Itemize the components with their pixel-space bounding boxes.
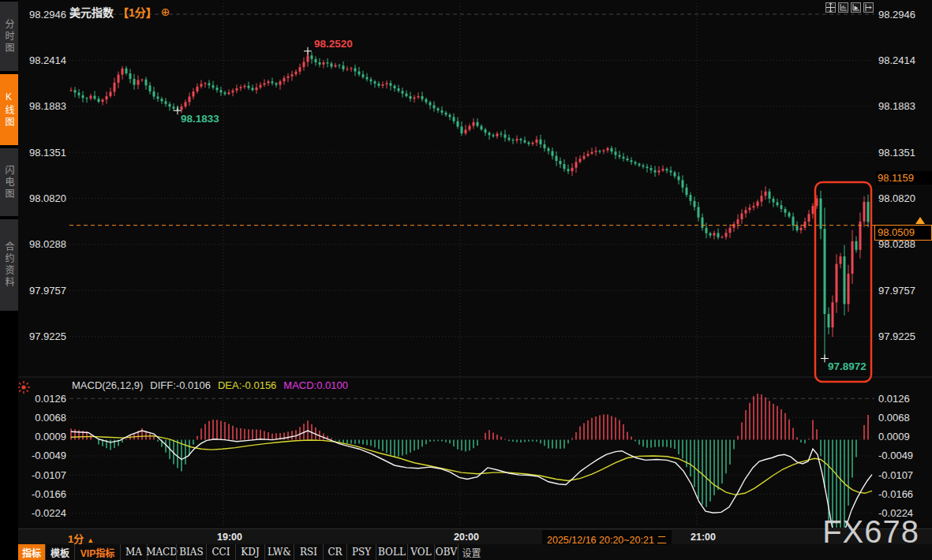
candle bbox=[666, 169, 668, 170]
candle bbox=[567, 169, 570, 171]
toolbar-tab-VOL[interactable]: VOL bbox=[407, 544, 434, 560]
candle bbox=[256, 88, 258, 90]
candle bbox=[788, 213, 791, 217]
candle bbox=[753, 206, 755, 207]
candle bbox=[410, 96, 412, 99]
candle bbox=[86, 98, 88, 99]
candle bbox=[603, 151, 605, 151]
candle bbox=[271, 81, 274, 83]
toolbar-tab-指标[interactable]: 指标 bbox=[18, 544, 45, 560]
macd-axis-label: -0.0166 bbox=[878, 488, 913, 500]
candle bbox=[382, 84, 384, 86]
candle bbox=[378, 84, 380, 86]
candle bbox=[717, 233, 720, 237]
toolbar-tab-VIP指标[interactable]: VIP指标 bbox=[74, 544, 120, 560]
sidebar-item-闪电图[interactable]: 闪电图 bbox=[0, 148, 18, 216]
candle bbox=[212, 85, 215, 88]
toolbar-tab-OBV[interactable]: OBV bbox=[434, 544, 458, 560]
candle bbox=[654, 170, 657, 173]
candle bbox=[678, 176, 680, 180]
toolbar-tab-CCI[interactable]: CCI bbox=[206, 544, 235, 560]
candle bbox=[386, 83, 388, 84]
candle bbox=[453, 117, 455, 121]
toolbar-tab-RSI[interactable]: RSI bbox=[294, 544, 323, 560]
candle bbox=[485, 129, 487, 133]
candle bbox=[848, 274, 850, 304]
time-axis-label: 21:00 bbox=[686, 532, 721, 543]
sidebar-item-K线图[interactable]: K线图 bbox=[0, 74, 18, 145]
indicator-flash-icon[interactable] bbox=[17, 380, 31, 394]
candle bbox=[299, 67, 301, 72]
candle bbox=[757, 202, 759, 207]
candle bbox=[859, 222, 862, 250]
y-axis-label: 97.9757 bbox=[29, 285, 66, 297]
candle bbox=[832, 302, 834, 327]
axis-reset-icon[interactable] bbox=[863, 2, 874, 13]
toolbar-tab-BIAS[interactable]: BIAS bbox=[176, 544, 206, 560]
candle bbox=[358, 72, 361, 75]
candle bbox=[307, 55, 309, 62]
toolbar-tab-模板[interactable]: 模板 bbox=[45, 544, 74, 560]
candle bbox=[473, 122, 475, 126]
macd-diff-value: DIFF:-0.0106 bbox=[150, 379, 211, 391]
candle bbox=[240, 87, 242, 88]
sidebar-item-合约资料[interactable]: 合约资料 bbox=[0, 219, 18, 311]
toolbar-tab-MACD[interactable]: MACD bbox=[147, 544, 176, 560]
time-axis: 1分▲ 2025/12/16 20:20~20:21 二 19:0020:002… bbox=[18, 528, 932, 544]
candle bbox=[745, 210, 747, 213]
toolbar-tab-CR[interactable]: CR bbox=[323, 544, 346, 560]
candle bbox=[828, 314, 830, 327]
toolbar-tab-KDJ[interactable]: KDJ bbox=[235, 544, 264, 560]
sidebar-item-分时图[interactable]: 分时图 bbox=[0, 2, 18, 71]
candle bbox=[133, 79, 136, 85]
candle bbox=[323, 62, 325, 65]
candle bbox=[571, 168, 574, 171]
candle bbox=[631, 160, 633, 162]
candle bbox=[216, 88, 219, 90]
y-axis-label: 97.9225 bbox=[29, 330, 66, 342]
candle bbox=[784, 209, 787, 213]
interval-tag[interactable]: 【1分】 bbox=[118, 4, 157, 20]
toolbar-tab-BOLL[interactable]: BOLL bbox=[376, 544, 407, 560]
y-axis-scale-icon[interactable] bbox=[838, 2, 848, 13]
candle bbox=[780, 205, 783, 209]
x-axis-scale-icon[interactable] bbox=[851, 2, 861, 13]
toolbar-tab-MA[interactable]: MA bbox=[120, 544, 147, 560]
candle bbox=[824, 229, 826, 314]
candle bbox=[504, 134, 507, 137]
candle bbox=[690, 195, 692, 201]
candle bbox=[682, 180, 684, 187]
candle bbox=[362, 74, 365, 77]
candle bbox=[733, 224, 735, 228]
candle bbox=[812, 206, 814, 214]
candle bbox=[433, 105, 436, 108]
candle bbox=[252, 88, 254, 90]
macd-header: MACD(26,12,9) DIFF:-0.0106 DEA:-0.0156 M… bbox=[72, 379, 348, 391]
y-axis-label: 97.9757 bbox=[878, 285, 915, 297]
candle bbox=[339, 65, 341, 65]
candle bbox=[516, 139, 518, 140]
y-axis-label: 98.2414 bbox=[29, 54, 66, 66]
add-indicator-icon[interactable]: ⊕ bbox=[161, 6, 170, 17]
candle bbox=[129, 73, 132, 79]
candle bbox=[741, 214, 743, 220]
candle bbox=[315, 59, 317, 62]
chart-canvas[interactable]: 98.294698.294698.241498.241498.188398.18… bbox=[0, 0, 932, 560]
toolbar-tab-LW&[interactable]: LW& bbox=[264, 544, 294, 560]
macd-macd-value: MACD:0.0100 bbox=[283, 379, 348, 391]
time-axis-label: 20:00 bbox=[449, 532, 484, 543]
candle bbox=[563, 164, 566, 169]
macd-name: MACD(26,12,9) bbox=[72, 379, 143, 391]
candle bbox=[650, 168, 653, 170]
toolbar-tab-PSY[interactable]: PSY bbox=[346, 544, 376, 560]
candle bbox=[524, 140, 526, 143]
toolbar-tab-设置[interactable]: 设置 bbox=[458, 544, 485, 560]
candle bbox=[634, 162, 637, 163]
crosshair-move-icon[interactable] bbox=[825, 2, 836, 13]
candle bbox=[200, 84, 203, 86]
candle bbox=[122, 69, 124, 75]
candle bbox=[173, 106, 175, 109]
candle bbox=[642, 166, 645, 167]
candle bbox=[773, 199, 775, 203]
candle bbox=[390, 83, 392, 85]
